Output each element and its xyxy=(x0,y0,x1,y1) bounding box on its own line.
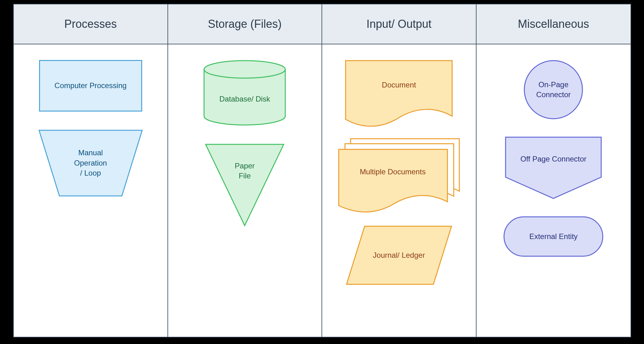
col-header-label: Input/ Output xyxy=(367,17,432,32)
col-header-label: Storage (Files) xyxy=(208,17,282,32)
shape-manual-operation: ManualOperation/ Loop xyxy=(39,130,142,196)
shape-label: On-PageConnector xyxy=(536,80,571,100)
shape-label: ManualOperation/ Loop xyxy=(74,148,107,178)
col-io: Document Multiple Documents Journal/ xyxy=(322,44,477,337)
col-header-label: Miscellaneous xyxy=(518,17,589,32)
shape-label: Journal/ Ledger xyxy=(373,250,425,260)
shape-label: Document xyxy=(382,80,416,90)
shape-label: Database/ Disk xyxy=(219,94,270,104)
shape-external-entity: External Entity xyxy=(503,216,603,257)
col-header-storage: Storage (Files) xyxy=(168,4,322,44)
col-header-misc: Miscellaneous xyxy=(477,4,631,44)
shape-database-disk: Database/ Disk xyxy=(201,60,288,126)
shape-label: Off Page Connector xyxy=(520,154,587,164)
col-misc: On-PageConnector Off Page Connector Exte… xyxy=(477,44,631,337)
shape-on-page-connector: On-PageConnector xyxy=(524,60,583,119)
diagram-canvas: Processes Storage (Files) Input/ Output … xyxy=(13,4,631,337)
col-header-label: Processes xyxy=(64,17,117,32)
col-storage: Database/ Disk PaperFile xyxy=(168,44,322,337)
shape-paper-file: PaperFile xyxy=(206,144,284,226)
shape-off-page-connector: Off Page Connector xyxy=(505,137,602,199)
shape-label: Multiple Documents xyxy=(360,167,426,177)
col-header-io: Input/ Output xyxy=(322,4,477,44)
shape-journal-ledger: Journal/ Ledger xyxy=(346,226,452,285)
shape-document: Document xyxy=(345,60,453,126)
shape-multiple-documents: Multiple Documents xyxy=(338,138,460,213)
shape-label: PaperFile xyxy=(235,161,255,181)
shape-label: Computer Processing xyxy=(54,81,127,91)
shape-label: External Entity xyxy=(529,232,578,242)
col-header-processes: Processes xyxy=(14,4,168,44)
shape-computer-processing: Computer Processing xyxy=(39,60,142,112)
col-processes: Computer Processing ManualOperation/ Loo… xyxy=(14,44,168,337)
